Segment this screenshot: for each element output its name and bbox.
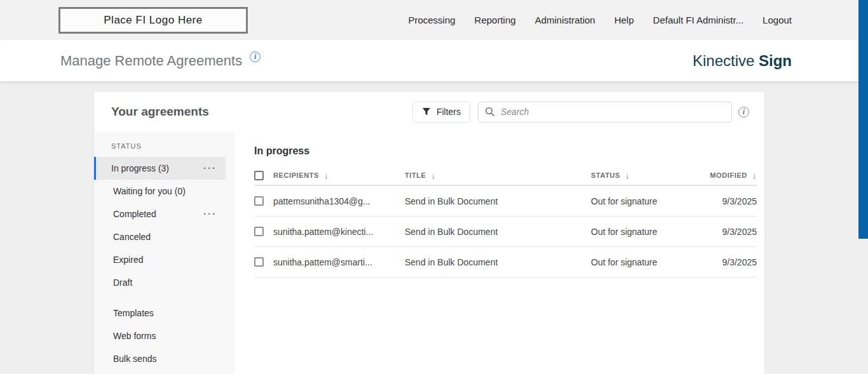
fi-logo-placeholder: Place FI Logo Here (58, 7, 248, 34)
sidebar-item-label: Draft (113, 277, 132, 288)
sidebar-item-canceled[interactable]: Canceled (94, 225, 226, 248)
sidebar-section-label: STATUS (94, 135, 235, 157)
row-checkbox[interactable] (254, 196, 264, 206)
sidebar-item-label: Expired (113, 255, 143, 265)
sort-descending-icon[interactable]: ↓ (625, 171, 630, 180)
overflow-menu-icon[interactable]: ··· (203, 211, 217, 217)
nav-links: Processing Reporting Administration Help… (408, 15, 792, 25)
table-row[interactable]: sunitha.pattem@smarti... Send in Bulk Do… (254, 247, 757, 277)
sidebar-divider-gap (94, 294, 235, 302)
row-checkbox[interactable] (254, 227, 264, 236)
filters-button-label: Filters (437, 107, 461, 117)
row-checkbox-cell (254, 227, 273, 236)
sidebar-item-label: Web forms (113, 331, 156, 341)
card-title: Your agreements (111, 105, 209, 119)
sort-descending-icon[interactable]: ↓ (324, 171, 329, 180)
sidebar-item-label: In progress (3) (111, 163, 169, 173)
table-header-row: RECIPIENTS ↓ TITLE ↓ STATUS ↓ MODIFIED ↓ (254, 166, 757, 186)
header-checkbox-cell (254, 171, 273, 180)
brand-logo: Kinective Sign (693, 52, 792, 70)
search-input[interactable] (501, 107, 725, 117)
table-section-title: In progress (254, 145, 757, 157)
cell-status: Out for signature (591, 257, 699, 267)
cell-status: Out for signature (591, 196, 699, 206)
sidebar-item-templates[interactable]: Templates (94, 302, 226, 324)
overflow-menu-icon[interactable]: ··· (203, 165, 217, 171)
cell-recipients: pattemsunitha1304@g... (273, 196, 405, 206)
filter-funnel-icon (422, 107, 431, 116)
agreements-card: Your agreements Filters i STATUS In prog… (94, 92, 764, 374)
table-row[interactable]: pattemsunitha1304@g... Send in Bulk Docu… (254, 186, 757, 217)
page-title: Manage Remote Agreements i (60, 53, 261, 69)
agreements-card-header: Your agreements Filters i (94, 92, 764, 131)
status-sidebar: STATUS In progress (3) ··· Waiting for y… (94, 131, 235, 374)
cell-title: Send in Bulk Document (405, 196, 591, 206)
vertical-scrollbar-thumb[interactable] (858, 0, 868, 239)
cell-modified: 9/3/2025 (699, 196, 757, 206)
sidebar-item-label: Waiting for you (0) (113, 186, 186, 196)
search-box (478, 102, 732, 123)
brand-name: Kinective (693, 52, 754, 69)
cell-recipients: sunitha.pattem@smarti... (273, 257, 405, 267)
column-header-label: MODIFIED (710, 171, 747, 179)
cell-modified: 9/3/2025 (699, 257, 757, 267)
sort-descending-icon[interactable]: ↓ (752, 171, 757, 180)
agreements-info-icon[interactable]: i (738, 107, 749, 117)
sidebar-item-label: Completed (113, 209, 156, 219)
brand-product: Sign (759, 52, 792, 69)
sidebar-item-expired[interactable]: Expired (94, 248, 226, 271)
sidebar-item-draft[interactable]: Draft (94, 271, 226, 294)
column-header-title[interactable]: TITLE ↓ (405, 171, 591, 180)
column-header-label: STATUS (591, 171, 620, 179)
fi-logo-placeholder-label: Place FI Logo Here (104, 14, 202, 27)
sidebar-item-web-forms[interactable]: Web forms (94, 324, 226, 347)
column-header-label: RECIPIENTS (273, 171, 319, 179)
agreements-table-area: In progress RECIPIENTS ↓ TITLE ↓ STATUS … (235, 131, 764, 374)
nav-item-administration[interactable]: Administration (535, 15, 595, 25)
row-checkbox[interactable] (254, 257, 264, 267)
cell-title: Send in Bulk Document (405, 227, 591, 237)
sidebar-item-in-progress[interactable]: In progress (3) ··· (94, 157, 226, 180)
select-all-checkbox[interactable] (254, 171, 264, 180)
nav-item-help[interactable]: Help (614, 15, 634, 25)
row-checkbox-cell (254, 196, 273, 206)
page-header: Manage Remote Agreements i Kinective Sig… (0, 40, 868, 81)
page-title-info-icon[interactable]: i (250, 51, 261, 62)
nav-item-processing[interactable]: Processing (408, 15, 455, 25)
search-icon (485, 107, 495, 117)
nav-item-reporting[interactable]: Reporting (475, 15, 516, 25)
nav-item-logout[interactable]: Logout (763, 15, 792, 25)
cell-title: Send in Bulk Document (405, 257, 591, 267)
sidebar-item-bulk-sends[interactable]: Bulk sends (94, 347, 226, 370)
sidebar-item-label: Templates (113, 308, 154, 318)
column-header-status[interactable]: STATUS ↓ (591, 171, 699, 180)
sidebar-item-completed[interactable]: Completed ··· (94, 203, 226, 225)
cell-recipients: sunitha.pattem@kinecti... (273, 227, 405, 237)
row-checkbox-cell (254, 257, 273, 267)
column-header-modified[interactable]: MODIFIED ↓ (699, 171, 757, 180)
page-title-text: Manage Remote Agreements (60, 53, 242, 69)
sidebar-item-label: Bulk sends (113, 354, 156, 364)
sidebar-item-waiting-for-you[interactable]: Waiting for you (0) (94, 180, 226, 203)
table-row[interactable]: sunitha.pattem@kinecti... Send in Bulk D… (254, 217, 757, 247)
top-navigation-bar: Place FI Logo Here Processing Reporting … (0, 0, 868, 40)
sort-descending-icon[interactable]: ↓ (431, 171, 436, 180)
cell-modified: 9/3/2025 (699, 227, 757, 237)
nav-item-current-user[interactable]: Default FI Administr... (653, 15, 744, 25)
sidebar-item-label: Canceled (113, 232, 151, 242)
filters-button[interactable]: Filters (412, 102, 470, 123)
agreements-card-body: STATUS In progress (3) ··· Waiting for y… (94, 131, 764, 374)
column-header-label: TITLE (405, 171, 426, 179)
column-header-recipients[interactable]: RECIPIENTS ↓ (273, 171, 405, 180)
cell-status: Out for signature (591, 227, 699, 237)
